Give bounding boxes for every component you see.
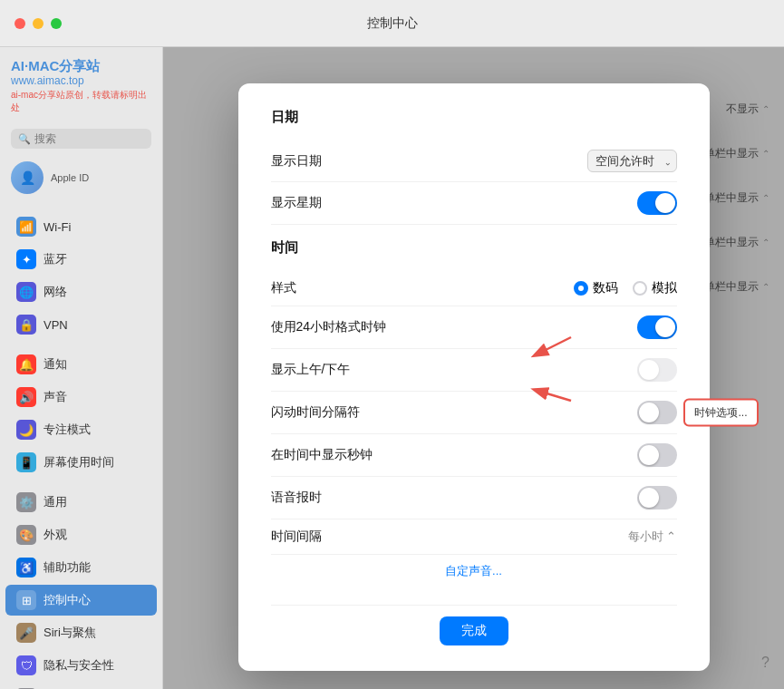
style-label: 样式 [271,280,296,296]
wifi-icon: 📶 [16,217,36,237]
sidebar-item-general-label: 通用 [44,494,67,510]
close-button[interactable] [15,18,25,29]
flash-separator-label: 闪动时间分隔符 [271,404,360,421]
flash-separator-toggle[interactable] [637,401,677,424]
radio-analog-label: 模拟 [652,280,677,296]
content-area: AI·MAC分享站 www.aimac.top ai-mac分享站原创，转载请标… [0,47,784,689]
show-weekday-toggle[interactable] [637,191,677,215]
sidebar-item-vpn-label: VPN [44,318,68,332]
clock-btn-container: 时钟选项... [637,401,677,424]
sidebar: AI·MAC分享站 www.aimac.top ai-mac分享站原创，转载请标… [0,47,163,689]
sidebar-item-screentime-label: 屏幕使用时间 [44,454,114,471]
sidebar-item-appearance-label: 外观 [44,527,67,543]
style-row: 样式 数码 模拟 [271,271,677,306]
accessibility-icon: ♿ [16,558,36,577]
sidebar-item-appearance[interactable]: 🎨 外观 [5,519,157,550]
siri-icon: 🎤 [16,623,36,643]
interval-label: 时间间隔 [271,529,322,545]
custom-sound-button[interactable]: 自定声音... [441,560,506,581]
announce-time-toggle[interactable] [637,486,677,509]
maximize-button[interactable] [51,18,62,29]
vpn-icon: 🔒 [16,315,36,335]
profile-row[interactable]: 👤 Apple ID [0,156,162,199]
radio-digital-circle[interactable] [574,281,588,296]
announce-time-label: 语音报时 [271,490,322,506]
sidebar-item-focus[interactable]: 🌙 专注模式 [5,414,157,445]
clock-options-button[interactable]: 时钟选项... [683,399,758,427]
sidebar-item-wifi[interactable]: 📶 Wi-Fi [5,211,157,242]
show-weekday-label: 显示星期 [271,195,322,211]
use24h-row: 使用24小时格式时钟 [271,306,677,349]
minimize-button[interactable] [33,18,44,29]
logo-watermark: ai-mac分享站原创，转载请标明出处 [11,89,151,114]
sidebar-item-controlcenter-label: 控制中心 [44,592,91,608]
radio-digital[interactable]: 数码 [574,280,618,296]
search-bar[interactable]: 🔍 [11,129,151,149]
modal-dialog: 日期 显示日期 空间允许时 始终 永不 [238,83,710,671]
sidebar-item-privacy[interactable]: 🛡 隐私与安全性 [5,650,157,681]
sidebar-item-bluetooth[interactable]: ✦ 蓝牙 [5,244,157,275]
custom-sound-row: 自定声音... [271,555,677,587]
sidebar-item-sound-label: 声音 [44,389,67,405]
show-date-select[interactable]: 空间允许时 始终 永不 [587,150,677,172]
interval-value[interactable]: 每小时 ⌃ [628,529,677,545]
show-seconds-toggle[interactable] [637,443,677,467]
use24h-toggle[interactable] [637,315,677,339]
sidebar-item-accessibility-label: 辅助功能 [44,559,91,576]
radio-analog-circle[interactable] [633,281,647,296]
sidebar-item-bluetooth-label: 蓝牙 [44,251,67,267]
radio-analog[interactable]: 模拟 [633,280,677,296]
traffic-lights [0,18,62,29]
sidebar-item-network[interactable]: 🌐 网络 [5,277,157,307]
show-seconds-label: 在时间中显示秒钟 [271,447,373,463]
main-window: 控制中心 AI·MAC分享站 www.aimac.top ai-mac分享站原创… [0,0,784,689]
flash-separator-row: 闪动时间分隔符 时钟选项... [271,392,677,434]
show-weekday-row: 显示星期 [271,182,677,225]
sidebar-item-siri[interactable]: 🎤 Siri与聚焦 [5,617,157,648]
notification-icon: 🔔 [16,354,36,374]
sidebar-item-general[interactable]: ⚙️ 通用 [5,487,157,518]
announce-time-row: 语音报时 [271,477,677,519]
sidebar-item-notifications[interactable]: 🔔 通知 [5,349,157,380]
sidebar-item-accessibility[interactable]: ♿ 辅助功能 [5,552,157,583]
show-ampm-row: 显示上午/下午 [271,349,677,392]
show-ampm-label: 显示上午/下午 [271,362,351,378]
appearance-icon: 🎨 [16,525,36,545]
general-icon: ⚙️ [16,492,36,512]
sidebar-item-desktop[interactable]: 🖥 桌面与程序坞 [5,683,157,689]
modal-footer: 完成 [271,605,677,645]
show-ampm-toggle[interactable] [637,358,677,382]
window-title: 控制中心 [367,15,418,32]
toggle-thumb-ampm [639,360,659,380]
sidebar-item-siri-label: Siri与聚焦 [44,625,96,641]
modal-overlay: 日期 显示日期 空间允许时 始终 永不 [163,47,784,689]
sound-icon: 🔊 [16,387,36,407]
profile-label: Apple ID [51,171,89,185]
show-date-select-wrapper[interactable]: 空间允许时 始终 永不 [587,150,677,172]
search-icon: 🔍 [18,133,31,145]
focus-icon: 🌙 [16,420,36,440]
network-icon: 🌐 [16,282,36,302]
sidebar-item-wifi-label: Wi-Fi [44,220,71,234]
title-bar: 控制中心 [0,0,784,47]
logo-line2: www.aimac.top [11,74,151,87]
avatar: 👤 [11,161,44,194]
privacy-icon: 🛡 [16,655,36,675]
toggle-thumb-24h [655,317,675,337]
sidebar-item-screentime[interactable]: 📱 屏幕使用时间 [5,447,157,478]
sidebar-item-privacy-label: 隐私与安全性 [44,657,114,674]
date-section-title: 日期 [271,109,677,126]
use24h-label: 使用24小时格式时钟 [271,319,387,335]
sidebar-logo: AI·MAC分享站 www.aimac.top ai-mac分享站原创，转载请标… [0,54,162,121]
sidebar-item-controlcenter[interactable]: ⊞ 控制中心 [5,585,157,616]
done-button[interactable]: 完成 [440,616,508,645]
toggle-thumb-flash [639,403,659,422]
sidebar-item-network-label: 网络 [44,284,67,300]
controlcenter-icon: ⊞ [16,590,36,610]
bluetooth-icon: ✦ [16,249,36,269]
style-radio-group: 数码 模拟 [574,280,677,296]
interval-row: 时间间隔 每小时 ⌃ [271,519,677,555]
sidebar-item-vpn[interactable]: 🔒 VPN [5,309,157,340]
sidebar-item-sound[interactable]: 🔊 声音 [5,382,157,412]
search-input[interactable] [34,132,144,145]
